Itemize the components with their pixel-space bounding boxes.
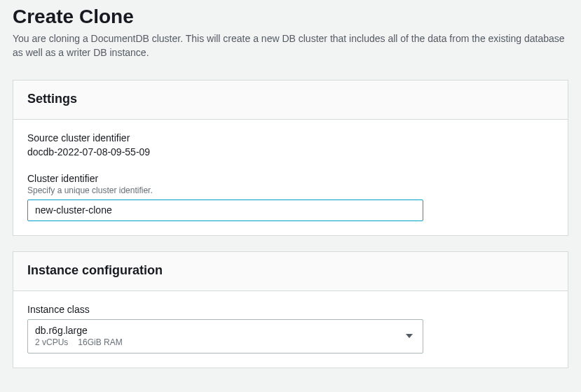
settings-panel-body: Source cluster identifier docdb-2022-07-… xyxy=(13,120,568,235)
instance-class-label: Instance class xyxy=(27,304,554,315)
page-title: Create Clone xyxy=(13,4,568,29)
cluster-identifier-field: Cluster identifier Specify a unique clus… xyxy=(27,173,554,221)
cluster-identifier-input[interactable] xyxy=(27,200,423,221)
instance-config-heading: Instance configuration xyxy=(27,263,554,278)
instance-class-ram: 16GiB RAM xyxy=(78,337,122,347)
instance-config-panel: Instance configuration Instance class db… xyxy=(13,251,568,368)
cluster-identifier-label: Cluster identifier xyxy=(27,173,554,184)
source-cluster-label: Source cluster identifier xyxy=(27,132,554,144)
source-cluster-field: Source cluster identifier docdb-2022-07-… xyxy=(27,132,554,158)
instance-class-select[interactable]: db.r6g.large 2 vCPUs16GiB RAM xyxy=(27,319,423,354)
settings-panel: Settings Source cluster identifier docdb… xyxy=(13,80,568,236)
page-subtitle: You are cloning a DocumentDB cluster. Th… xyxy=(13,31,568,60)
instance-config-panel-header: Instance configuration xyxy=(13,252,568,291)
instance-class-field: Instance class db.r6g.large 2 vCPUs16GiB… xyxy=(27,304,554,354)
instance-class-selected-value: db.r6g.large xyxy=(35,324,123,337)
caret-down-icon xyxy=(406,334,413,338)
instance-config-panel-body: Instance class db.r6g.large 2 vCPUs16GiB… xyxy=(13,291,568,368)
cluster-identifier-hint: Specify a unique cluster identifier. xyxy=(27,186,554,195)
source-cluster-value: docdb-2022-07-08-09-55-09 xyxy=(27,146,554,158)
settings-panel-header: Settings xyxy=(13,80,568,120)
settings-heading: Settings xyxy=(27,92,554,106)
instance-class-cpu: 2 vCPUs xyxy=(35,337,68,347)
instance-class-select-text: db.r6g.large 2 vCPUs16GiB RAM xyxy=(35,324,123,349)
instance-class-selected-details: 2 vCPUs16GiB RAM xyxy=(35,337,123,348)
